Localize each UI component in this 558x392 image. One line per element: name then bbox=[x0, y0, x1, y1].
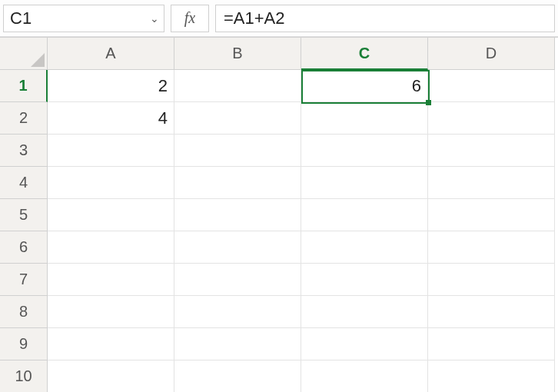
column-header-label: B bbox=[232, 45, 242, 62]
cell-C7[interactable] bbox=[301, 264, 428, 296]
cell-A10[interactable] bbox=[48, 360, 174, 392]
row-header-label: 7 bbox=[19, 271, 28, 288]
cell-A3[interactable] bbox=[48, 135, 174, 167]
cell-A6[interactable] bbox=[48, 231, 174, 264]
row-header-2[interactable]: 2 bbox=[0, 102, 48, 135]
cell-B4[interactable] bbox=[174, 167, 301, 199]
column-header-label: D bbox=[486, 45, 497, 62]
cell-A5[interactable] bbox=[48, 199, 174, 231]
cell-A9[interactable] bbox=[48, 328, 174, 360]
cell-A8[interactable] bbox=[48, 296, 174, 328]
cell-D4[interactable] bbox=[428, 167, 555, 199]
cell-D9[interactable] bbox=[428, 328, 555, 360]
cell-C1[interactable]: 6 bbox=[301, 70, 428, 102]
row-header-label: 5 bbox=[19, 206, 28, 224]
column-header-D[interactable]: D bbox=[428, 38, 555, 70]
row-headers: 1 2 3 4 5 6 7 8 9 10 bbox=[0, 70, 48, 392]
cell-B5[interactable] bbox=[174, 199, 301, 231]
row-header-label: 10 bbox=[15, 367, 32, 385]
chevron-down-icon[interactable]: ⌄ bbox=[150, 12, 159, 25]
cell-D5[interactable] bbox=[428, 199, 555, 231]
cell-C2[interactable] bbox=[301, 102, 428, 135]
row-header-label: 9 bbox=[19, 335, 28, 353]
row-header-9[interactable]: 9 bbox=[0, 328, 48, 360]
row-header-7[interactable]: 7 bbox=[0, 264, 48, 296]
spreadsheet-grid: A B C D 1 2 3 4 5 6 7 8 9 10 2 6 4 bbox=[0, 37, 558, 38]
cell-grid: 2 6 4 bbox=[48, 70, 555, 392]
cell-A4[interactable] bbox=[48, 167, 174, 199]
insert-function-button[interactable]: fx bbox=[171, 5, 209, 32]
cell-B9[interactable] bbox=[174, 328, 301, 360]
svg-marker-0 bbox=[31, 53, 45, 67]
cell-C8[interactable] bbox=[301, 296, 428, 328]
name-box-value: C1 bbox=[10, 8, 32, 28]
cell-B6[interactable] bbox=[174, 231, 301, 264]
cell-B8[interactable] bbox=[174, 296, 301, 328]
cell-D6[interactable] bbox=[428, 231, 555, 264]
row-header-label: 3 bbox=[19, 141, 28, 159]
formula-bar-value: =A1+A2 bbox=[224, 8, 285, 28]
row-header-8[interactable]: 8 bbox=[0, 296, 48, 328]
cell-D8[interactable] bbox=[428, 296, 555, 328]
column-header-label: A bbox=[105, 45, 115, 62]
cell-B1[interactable] bbox=[174, 70, 301, 102]
formula-bar-area: C1 ⌄ fx =A1+A2 bbox=[0, 0, 558, 37]
fx-icon: fx bbox=[184, 9, 195, 27]
column-header-label: C bbox=[359, 45, 370, 62]
cell-B2[interactable] bbox=[174, 102, 301, 135]
cell-value: 4 bbox=[158, 108, 168, 128]
cell-D7[interactable] bbox=[428, 264, 555, 296]
row-header-label: 4 bbox=[19, 174, 28, 191]
column-header-C[interactable]: C bbox=[301, 38, 428, 70]
row-header-label: 1 bbox=[18, 77, 27, 95]
name-box[interactable]: C1 ⌄ bbox=[3, 5, 164, 32]
cell-value: 6 bbox=[412, 76, 421, 96]
cell-C10[interactable] bbox=[301, 360, 428, 392]
cell-C3[interactable] bbox=[301, 135, 428, 167]
cell-B3[interactable] bbox=[174, 135, 301, 167]
cell-C5[interactable] bbox=[301, 199, 428, 231]
cell-D2[interactable] bbox=[428, 102, 555, 135]
cell-B7[interactable] bbox=[174, 264, 301, 296]
row-header-3[interactable]: 3 bbox=[0, 135, 48, 167]
row-header-1[interactable]: 1 bbox=[0, 70, 48, 102]
select-all-corner[interactable] bbox=[0, 38, 48, 70]
cell-A2[interactable]: 4 bbox=[48, 102, 174, 135]
formula-bar-input[interactable]: =A1+A2 bbox=[215, 5, 555, 32]
cell-D1[interactable] bbox=[428, 70, 555, 102]
row-header-5[interactable]: 5 bbox=[0, 199, 48, 231]
row-header-label: 6 bbox=[19, 238, 28, 256]
cell-C6[interactable] bbox=[301, 231, 428, 264]
cell-D10[interactable] bbox=[428, 360, 555, 392]
cell-B10[interactable] bbox=[174, 360, 301, 392]
column-header-B[interactable]: B bbox=[174, 38, 301, 70]
cell-C9[interactable] bbox=[301, 328, 428, 360]
cell-A7[interactable] bbox=[48, 264, 174, 296]
row-header-label: 2 bbox=[19, 109, 28, 127]
cell-D3[interactable] bbox=[428, 135, 555, 167]
cell-value: 2 bbox=[158, 76, 168, 96]
row-header-4[interactable]: 4 bbox=[0, 167, 48, 199]
row-header-10[interactable]: 10 bbox=[0, 360, 48, 392]
row-header-label: 8 bbox=[19, 303, 28, 321]
select-all-triangle-icon bbox=[31, 53, 45, 67]
cell-C4[interactable] bbox=[301, 167, 428, 199]
column-header-A[interactable]: A bbox=[48, 38, 174, 70]
column-headers: A B C D bbox=[48, 38, 555, 70]
cell-A1[interactable]: 2 bbox=[48, 70, 174, 102]
row-header-6[interactable]: 6 bbox=[0, 231, 48, 264]
